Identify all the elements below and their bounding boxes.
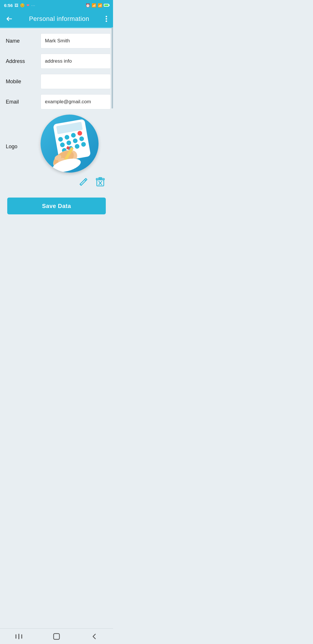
logo-circle [41,115,99,173]
status-right: ⏰ 📶 📶 [85,3,109,8]
status-time: 6:56 [4,3,13,8]
email-label: Email [6,99,41,105]
mobile-row: Mobile [6,74,107,89]
svg-point-2 [106,21,107,22]
wifi-status-icon: 📶 [92,3,96,8]
name-label: Name [6,38,41,44]
save-data-button[interactable]: Save Data [7,198,106,214]
main-content: Name Address Mobile Email Logo [0,28,113,232]
address-row: Address [6,54,107,69]
email-input[interactable] [41,94,111,109]
logo-row: Logo [6,115,107,189]
signal-status-icon: 📶 [98,3,102,8]
mobile-label: Mobile [6,79,41,85]
name-input[interactable] [41,33,111,48]
logo-actions [77,175,107,189]
logo-image-container[interactable] [41,115,99,173]
back-button[interactable] [5,14,14,23]
logo-label: Logo [6,115,41,150]
photo-status-icon: 🖼 [14,3,18,8]
email-row: Email [6,94,107,109]
more-options-button[interactable] [104,14,108,23]
delete-logo-button[interactable] [93,175,107,189]
status-left: 6:56 🖼 😊 ❤ ··· [4,3,35,8]
scroll-indicator [112,27,113,108]
battery-status-icon [104,4,109,7]
face-status-icon: 😊 [20,3,25,8]
logo-content [41,115,107,189]
status-bar: 6:56 🖼 😊 ❤ ··· ⏰ 📶 📶 [0,0,113,10]
page-title: Personal information [29,15,89,23]
alarm-status-icon: ⏰ [85,3,90,8]
svg-point-0 [106,16,107,17]
address-label: Address [6,58,41,64]
address-input[interactable] [41,54,111,69]
edit-logo-button[interactable] [77,175,90,189]
heart-status-icon: ❤ [26,3,30,8]
app-bar: Personal information [0,10,113,27]
mobile-input[interactable] [41,74,111,89]
svg-point-1 [106,18,107,20]
more-status-icon: ··· [31,3,35,8]
name-row: Name [6,33,107,48]
